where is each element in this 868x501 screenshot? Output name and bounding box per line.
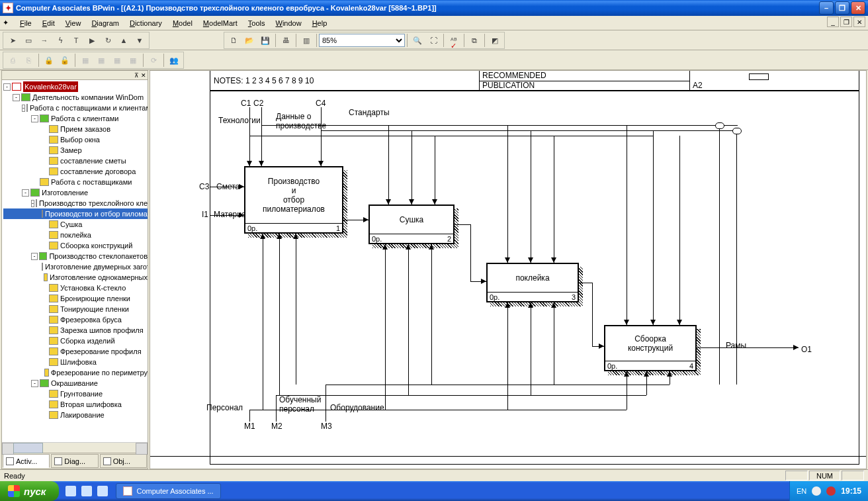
window-close-button[interactable]: ✕ xyxy=(851,1,865,15)
tool-text[interactable]: T xyxy=(69,33,83,48)
tree-item-25[interactable]: Шлифовка xyxy=(3,357,148,367)
tool-modelmart[interactable]: ◩ xyxy=(488,33,502,48)
tree-item-30[interactable]: Лакирование xyxy=(3,410,148,420)
sidebar-tab-diagrams[interactable]: Diag... xyxy=(51,454,98,468)
tree-item-9[interactable]: -Изготовление xyxy=(3,187,148,198)
menu-diagram[interactable]: Diagram xyxy=(86,17,124,29)
tool-spellcheck[interactable]: ᴬᴮ✓ xyxy=(447,33,461,48)
tree-item-16[interactable]: Изготовление двумерных заготовок xyxy=(3,261,148,272)
tree-item-20[interactable]: Тонирующие пленки xyxy=(3,304,148,314)
tree-item-29[interactable]: Вторая шлифовка xyxy=(3,399,148,410)
mm-grid-2[interactable]: ▦ xyxy=(94,53,108,68)
tree-item-0[interactable]: -Деятельность компании WinDom xyxy=(3,92,148,103)
tool-arrow[interactable]: → xyxy=(37,33,52,48)
mdi-restore-button[interactable]: ❐ xyxy=(840,17,852,27)
taskbar-item-bpwin[interactable]: Computer Associates ... xyxy=(116,483,220,499)
tool-triangle-up[interactable]: ▲ xyxy=(116,33,131,48)
tree-item-6[interactable]: составление сметы xyxy=(3,156,148,166)
tree-item-27[interactable]: -Окрашивание xyxy=(3,378,148,388)
mm-grid-1[interactable]: ▦ xyxy=(78,53,93,68)
diagram-canvas[interactable]: NOTES: 1 2 3 4 5 6 7 8 9 10 RECOMMENDED … xyxy=(150,70,867,469)
sidebar-tab-activities[interactable]: Activ... xyxy=(3,454,50,468)
menu-model[interactable]: Model xyxy=(167,17,198,29)
tree-item-24[interactable]: Фрезерование профиля xyxy=(3,346,148,357)
mdi-icon: ✦ xyxy=(3,19,12,28)
tree-item-3[interactable]: Прием заказов xyxy=(3,124,148,134)
tree-item-28[interactable]: Грунтование xyxy=(3,388,148,399)
tool-play[interactable]: ▶ xyxy=(85,33,99,48)
tree-item-2[interactable]: -Работа с клиентами xyxy=(3,113,148,124)
menu-edit[interactable]: Edit xyxy=(37,17,60,29)
mm-btn-1[interactable]: ⎙ xyxy=(5,53,20,68)
activity-box-4[interactable]: Сбоорка конструкций 0р.4 xyxy=(604,325,697,371)
label-tech: Технологии xyxy=(218,116,261,125)
mm-grid-3[interactable]: ▦ xyxy=(110,53,124,68)
tree-item-17[interactable]: Изготовление однокамерных xyxy=(3,272,148,283)
tool-pointer[interactable]: ➤ xyxy=(5,33,20,48)
tree-item-10[interactable]: -Производство трехслойного клееного евро… xyxy=(3,198,148,208)
menu-modelmart[interactable]: ModelMart xyxy=(198,17,243,29)
tool-print[interactable]: 🖶 xyxy=(279,33,293,48)
tray-icon-2[interactable] xyxy=(826,486,836,496)
tree-item-14[interactable]: Сбоорка конструкций xyxy=(3,240,148,251)
mm-users[interactable]: 👥 xyxy=(167,53,181,68)
tool-triangle-down[interactable]: ▼ xyxy=(132,33,147,48)
tool-model-explorer[interactable]: ⧉ xyxy=(467,33,482,48)
tool-zoom-in[interactable]: 🔍 xyxy=(410,33,425,48)
tree-item-11[interactable]: Производство и отбор пиломатериалов xyxy=(3,208,148,219)
mm-btn-2[interactable]: ⎘ xyxy=(21,53,36,68)
tool-goto-parent[interactable]: ↻ xyxy=(101,33,115,48)
tree-hscrollbar[interactable] xyxy=(2,442,148,453)
menu-tools[interactable]: Tools xyxy=(243,17,271,29)
tree-item-12[interactable]: Сушка xyxy=(3,219,148,230)
tool-new[interactable]: 🗋 xyxy=(226,33,241,48)
tool-activity-box[interactable]: ▭ xyxy=(21,33,36,48)
tree-item-1[interactable]: -Работа с поставщиками и клиентами xyxy=(3,103,148,113)
tree-item-21[interactable]: Фрезеровка бруса xyxy=(3,314,148,325)
tree-item-22[interactable]: Зарезка шипов профиля xyxy=(3,325,148,336)
menu-help[interactable]: Help xyxy=(307,17,333,29)
tree-item-8[interactable]: Работа с поставщиками xyxy=(3,177,148,187)
tray-lang[interactable]: EN xyxy=(797,487,806,495)
tool-report[interactable]: ▥ xyxy=(299,33,314,48)
zoom-select[interactable]: 85% xyxy=(319,34,405,47)
model-tree[interactable]: -Kovalenko28var-Деятельность компании Wi… xyxy=(2,80,148,442)
tree-item-4[interactable]: Выбор окна xyxy=(3,134,148,145)
mm-grid-4[interactable]: ▦ xyxy=(126,53,140,68)
tree-item-26[interactable]: Фрезерование по периметру xyxy=(3,367,148,378)
tree-item-5[interactable]: Замер xyxy=(3,145,148,156)
tray-clock[interactable]: 19:15 xyxy=(841,486,861,496)
mm-unlock[interactable]: 🔓 xyxy=(58,53,72,68)
tray-icon-1[interactable] xyxy=(812,486,821,496)
quicklaunch-icon-1[interactable] xyxy=(65,486,76,496)
activity-box-1[interactable]: Производство и отбор пиломатериалов 0р.1 xyxy=(244,166,343,234)
tree-item-13[interactable]: поклейка xyxy=(3,230,148,240)
tool-zoom-fit[interactable]: ⛶ xyxy=(426,33,441,48)
quicklaunch-icon-2[interactable] xyxy=(81,486,92,496)
menu-dictionary[interactable]: Dictionary xyxy=(124,17,167,29)
quicklaunch-icon-3[interactable] xyxy=(97,486,108,496)
activity-box-3[interactable]: поклейка 0р.3 xyxy=(486,263,579,302)
tree-item-18[interactable]: Установка К-стекло xyxy=(3,283,148,293)
tree-item-7[interactable]: составление договора xyxy=(3,166,148,177)
activity-box-2[interactable]: Сушка 0р.2 xyxy=(369,205,455,244)
sidebar-tab-objects[interactable]: Obj... xyxy=(100,454,147,468)
menu-file[interactable]: File xyxy=(15,17,37,29)
tree-item-19[interactable]: Бронирющие пленки xyxy=(3,293,148,304)
tree-item-23[interactable]: Сборка изделий xyxy=(3,336,148,346)
window-maximize-button[interactable]: ❐ xyxy=(835,1,849,15)
menu-view[interactable]: View xyxy=(60,17,87,29)
tool-squiggle[interactable]: ϟ xyxy=(53,33,67,48)
tool-open[interactable]: 📂 xyxy=(242,33,257,48)
panel-close-strip[interactable]: ⊼ ✕ xyxy=(2,71,148,80)
start-button[interactable]: пуск xyxy=(0,481,59,501)
tree-root[interactable]: -Kovalenko28var xyxy=(3,81,148,92)
mm-refresh[interactable]: ⟳ xyxy=(146,53,161,68)
mm-lock[interactable]: 🔒 xyxy=(42,53,56,68)
tree-item-15[interactable]: -Производство стеклопакетов xyxy=(3,251,148,261)
window-minimize-button[interactable]: – xyxy=(819,1,834,15)
mdi-close-button[interactable]: ✕ xyxy=(853,17,865,27)
mdi-minimize-button[interactable]: _ xyxy=(827,17,839,27)
tool-save[interactable]: 💾 xyxy=(258,33,273,48)
menu-window[interactable]: Window xyxy=(271,17,307,29)
